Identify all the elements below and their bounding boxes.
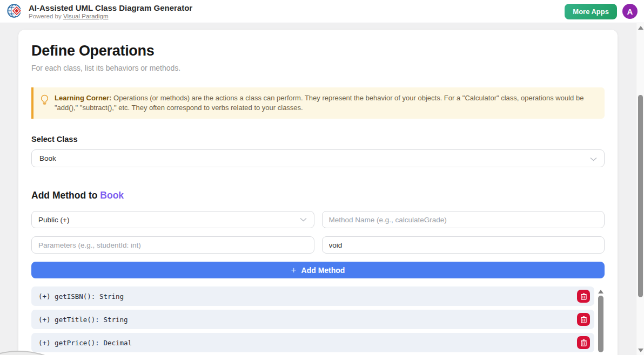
main-card: Define Operations For each class, list i… [18, 30, 618, 355]
plus-icon: + [291, 265, 297, 275]
delete-method-button[interactable] [577, 290, 590, 303]
select-class-label: Select Class [31, 135, 605, 144]
delete-method-button[interactable] [577, 336, 590, 349]
page-title: Define Operations [31, 43, 605, 59]
method-row: (+) getPrice(): Decimal [31, 333, 594, 352]
method-name-input[interactable] [322, 211, 605, 228]
add-method-button-label: Add Method [301, 266, 345, 275]
delete-method-button[interactable] [577, 313, 590, 326]
method-signature: (+) getPrice(): Decimal [38, 339, 132, 347]
visibility-select[interactable]: Public (+) [31, 211, 314, 228]
scroll-up-arrow-icon[interactable] [638, 26, 643, 30]
method-row: (+) getISBN(): String [31, 286, 594, 306]
methods-section: (+) getISBN(): String (+) getTitle(): St… [31, 286, 605, 355]
add-method-form: Public (+) [31, 211, 605, 254]
powered-by: Powered by Visual Paradigm [29, 12, 192, 20]
class-select[interactable]: Book [31, 149, 605, 167]
methods-scrollbar-thumb[interactable] [598, 296, 603, 352]
app-header: AI-Assisted UML Class Diagram Generator … [0, 0, 644, 23]
learning-corner-callout: Learning Corner: Operations (or methods)… [31, 87, 605, 119]
scroll-down-arrow-icon[interactable] [638, 349, 643, 352]
trash-icon [581, 293, 587, 300]
methods-scrollbar[interactable] [597, 286, 605, 355]
chevron-down-icon [590, 157, 597, 161]
add-method-class-name: Book [100, 190, 124, 201]
methods-list: (+) getISBN(): String (+) getTitle(): St… [31, 286, 594, 355]
page-subtitle: For each class, list its behaviors or me… [31, 64, 605, 72]
visibility-select-value: Public (+) [38, 216, 69, 224]
app-logo-icon [6, 3, 24, 20]
visual-paradigm-link[interactable]: Visual Paradigm [63, 13, 109, 19]
class-select-value: Book [39, 154, 56, 162]
chevron-down-icon [300, 217, 307, 222]
scroll-up-arrow-icon[interactable] [598, 290, 603, 293]
lightbulb-icon [40, 94, 49, 106]
trash-icon [581, 316, 587, 323]
learning-corner-label: Learning Corner: [55, 94, 111, 102]
avatar[interactable]: A [622, 4, 638, 19]
parameters-input[interactable] [31, 236, 314, 254]
page-scrollbar-thumb[interactable] [638, 95, 643, 297]
method-row: (+) getTitle(): String [31, 310, 594, 329]
method-signature: (+) getTitle(): String [38, 316, 128, 324]
learning-corner-text: Learning Corner: Operations (or methods)… [55, 93, 597, 113]
more-apps-button[interactable]: More Apps [565, 4, 617, 19]
add-method-button[interactable]: + Add Method [31, 262, 605, 278]
app-title: AI-Assisted UML Class Diagram Generator [29, 3, 192, 12]
add-method-heading: Add Method to Book [31, 190, 605, 201]
method-signature: (+) getISBN(): String [38, 292, 124, 301]
trash-icon [581, 339, 587, 346]
page-scrollbar[interactable] [636, 23, 644, 355]
return-type-input[interactable] [322, 236, 605, 254]
